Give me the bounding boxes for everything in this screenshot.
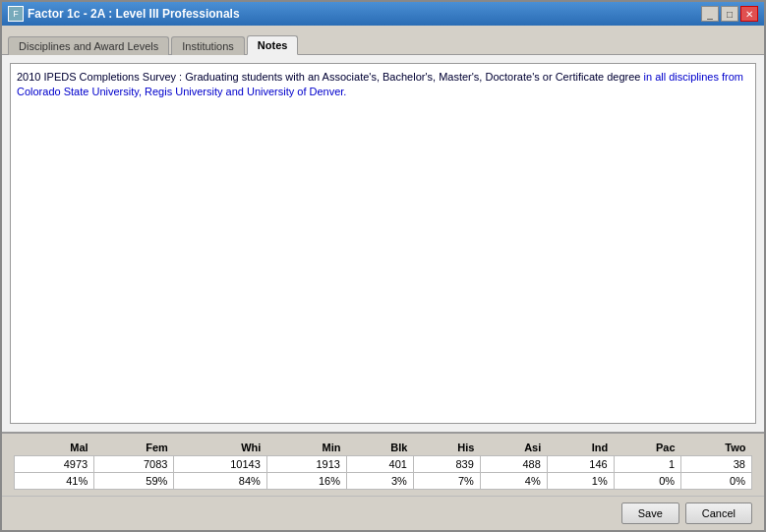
stats-table: Mal Fem Whi Min Blk His Asi Ind Pac Two …	[14, 440, 752, 490]
main-window: F Factor 1c - 2A : Level III Professiona…	[0, 0, 766, 532]
tab-bar: Disciplines and Award Levels Institution…	[2, 26, 764, 55]
minimize-button[interactable]: _	[701, 6, 719, 22]
col-header-his: His	[413, 440, 480, 456]
cell-asi-pct: 4%	[480, 473, 547, 490]
window-controls: _ □ ✕	[701, 6, 758, 22]
col-header-ind: Ind	[547, 440, 614, 456]
close-button[interactable]: ✕	[740, 6, 758, 22]
cell-blk-pct: 3%	[346, 473, 413, 490]
col-header-whi: Whi	[174, 440, 266, 456]
cell-fem-pct: 59%	[94, 473, 174, 490]
app-icon: F	[8, 6, 24, 22]
tab-notes[interactable]: Notes	[247, 35, 299, 55]
col-header-blk: Blk	[346, 440, 413, 456]
cell-fem-count: 7083	[94, 456, 174, 473]
col-header-two: Two	[681, 440, 752, 456]
cell-two-pct: 0%	[681, 473, 752, 490]
col-header-pac: Pac	[614, 440, 680, 456]
col-header-asi: Asi	[480, 440, 547, 456]
window-title: Factor 1c - 2A : Level III Professionals	[28, 7, 240, 21]
stats-row-counts: 4973 7083 10143 1913 401 839 488 146 1 3…	[15, 456, 752, 473]
content-area: 2010 IPEDS Completions Survey : Graduati…	[2, 55, 764, 432]
col-header-min: Min	[266, 440, 346, 456]
cell-whi-count: 10143	[174, 456, 266, 473]
cell-his-pct: 7%	[413, 473, 480, 490]
tab-institutions[interactable]: Institutions	[171, 36, 245, 55]
cell-ind-pct: 1%	[547, 473, 614, 490]
notes-content: 2010 IPEDS Completions Survey : Graduati…	[17, 71, 743, 97]
cell-mal-pct: 41%	[15, 473, 94, 490]
cell-ind-count: 146	[547, 456, 614, 473]
stats-row-pct: 41% 59% 84% 16% 3% 7% 4% 1% 0% 0%	[15, 473, 752, 490]
cell-min-pct: 16%	[266, 473, 346, 490]
save-button[interactable]: Save	[621, 502, 679, 524]
cell-blk-count: 401	[346, 456, 413, 473]
cell-pac-count: 1	[614, 456, 680, 473]
cell-whi-pct: 84%	[174, 473, 266, 490]
col-header-mal: Mal	[15, 440, 94, 456]
cancel-button[interactable]: Cancel	[685, 502, 752, 524]
button-bar: Save Cancel	[2, 496, 764, 530]
maximize-button[interactable]: □	[721, 6, 738, 22]
cell-his-count: 839	[413, 456, 480, 473]
cell-pac-pct: 0%	[614, 473, 680, 490]
col-header-fem: Fem	[94, 440, 174, 456]
stats-section: Mal Fem Whi Min Blk His Asi Ind Pac Two …	[2, 432, 764, 496]
title-bar: F Factor 1c - 2A : Level III Professiona…	[2, 2, 764, 26]
cell-asi-count: 488	[480, 456, 547, 473]
cell-mal-count: 4973	[15, 456, 94, 473]
tab-disciplines-award-levels[interactable]: Disciplines and Award Levels	[8, 36, 169, 55]
notes-text-area[interactable]: 2010 IPEDS Completions Survey : Graduati…	[10, 63, 756, 424]
cell-min-count: 1913	[266, 456, 346, 473]
cell-two-count: 38	[681, 456, 752, 473]
